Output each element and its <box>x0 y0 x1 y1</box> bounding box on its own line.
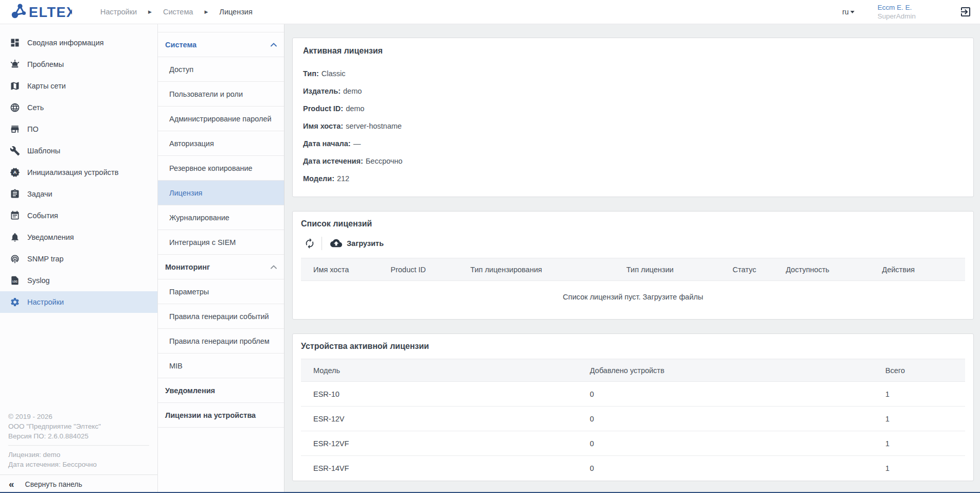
sidebar-item-tasks[interactable]: Задачи <box>0 183 157 205</box>
license-devices-table: Модель Добавлено устройств Всего ESR-10 … <box>301 359 965 481</box>
submenu-item-event-rules[interactable]: Правила генерации событий <box>158 304 284 329</box>
main-content: Активная лицензия Тип:Classic Издатель:d… <box>284 24 980 493</box>
cell-added: 0 <box>590 407 885 431</box>
refresh-icon <box>304 238 315 249</box>
eltex-logo[interactable]: ELTEX <box>9 3 72 21</box>
submenu-item-logging[interactable]: Журналирование <box>158 205 284 230</box>
sidebar-item-snmp-trap[interactable]: SNMP trap <box>0 248 157 270</box>
collapse-panel-button[interactable]: « Свернуть панель <box>0 474 157 493</box>
license-field: Издатель:demo <box>303 82 963 100</box>
submenu-item-label: Администрирование паролей <box>169 115 272 123</box>
column-header: Тип лицензирования <box>470 258 626 281</box>
sidebar-item-software[interactable]: ПО <box>0 118 157 140</box>
log-file-icon: LOG <box>10 275 20 286</box>
bell-icon <box>10 232 20 242</box>
submenu-section-label: Лицензии на устройства <box>165 411 256 419</box>
broadcast-icon <box>10 254 20 264</box>
license-field: Дата истечения:Бессрочно <box>303 152 963 170</box>
cell-model: ESR-12V <box>301 407 590 431</box>
main-sidebar: Сводная информация Проблемы Карты сети С… <box>0 24 158 493</box>
breadcrumb-system[interactable]: Система <box>163 8 193 16</box>
sidebar-item-label: Проблемы <box>27 60 64 68</box>
sidebar-item-label: SNMP trap <box>27 255 64 263</box>
breadcrumb-settings[interactable]: Настройки <box>100 8 137 16</box>
sidebar-item-label: Инициализация устройств <box>27 168 118 177</box>
logout-button[interactable] <box>959 6 972 18</box>
submenu-item-label: Правила генерации проблем <box>169 337 270 345</box>
submenu-item-label: Пользователи и роли <box>169 90 243 98</box>
table-header-row: Имя хоста Product ID Тип лицензирования … <box>301 258 965 281</box>
cell-added: 0 <box>590 456 885 481</box>
submenu-item-parameters[interactable]: Параметры <box>158 279 284 304</box>
license-field: Дата начала:— <box>303 135 963 152</box>
user-menu[interactable]: Eccm E. E. SuperAdmin <box>878 3 916 21</box>
sidebar-item-device-init[interactable]: A Инициализация устройств <box>0 162 157 183</box>
submenu-item-backup[interactable]: Резервное копирование <box>158 156 284 181</box>
column-header: Product ID <box>390 258 470 281</box>
sidebar-item-problems[interactable]: Проблемы <box>0 54 157 75</box>
upload-button-label: Загрузить <box>347 239 384 248</box>
submenu-section-monitoring[interactable]: Мониторинг <box>158 255 284 279</box>
sidebar-item-label: Сеть <box>27 103 44 112</box>
license-field: Тип:Classic <box>303 65 963 82</box>
cell-total: 1 <box>885 407 965 431</box>
sidebar-item-syslog[interactable]: LOG Syslog <box>0 270 157 291</box>
submenu-item-label: Доступ <box>169 65 193 74</box>
table-row: ESR-12VF 0 1 <box>301 431 965 456</box>
table-row: ESR-10 0 1 <box>301 382 965 407</box>
logo-text: ELTEX <box>29 5 72 20</box>
sidebar-item-label: Настройки <box>27 298 64 306</box>
sidebar-item-notifications[interactable]: Уведомления <box>0 226 157 248</box>
sidebar-item-network[interactable]: Сеть <box>0 97 157 118</box>
company-text: ООО "Предприятие "Элтекс" <box>8 421 149 431</box>
sidebar-item-network-maps[interactable]: Карты сети <box>0 75 157 97</box>
map-icon <box>10 81 20 91</box>
sidebar-item-label: Шаблоны <box>27 147 60 155</box>
clipboard-icon <box>10 189 20 199</box>
footer-divider <box>8 445 149 446</box>
toolbar-divider <box>322 237 322 250</box>
expiry-text: Дата истечения: Бессрочно <box>8 460 149 469</box>
sidebar-item-settings[interactable]: Настройки <box>0 291 157 313</box>
cloud-upload-icon <box>330 237 342 249</box>
license-devices-card: Устройства активной лицензии Модель Доба… <box>292 333 974 481</box>
caret-down-icon <box>850 11 854 13</box>
submenu-item-license[interactable]: Лицензия <box>158 181 284 205</box>
submenu-item-authorization[interactable]: Авторизация <box>158 131 284 156</box>
svg-text:LOG: LOG <box>12 280 17 283</box>
sidebar-item-summary[interactable]: Сводная информация <box>0 32 157 54</box>
sidebar-item-label: Сводная информация <box>27 39 104 47</box>
cell-total: 1 <box>885 431 965 456</box>
submenu-item-siem-integration[interactable]: Интеграция с SIEM <box>158 230 284 255</box>
submenu-item-users-roles[interactable]: Пользователи и роли <box>158 82 284 107</box>
wrench-icon <box>10 146 20 156</box>
collapse-panel-label: Свернуть панель <box>25 480 82 488</box>
empty-list-message: Список лицензий пуст. Загрузите файлы <box>301 281 965 313</box>
license-list-table: Имя хоста Product ID Тип лицензирования … <box>301 258 965 281</box>
submenu-item-mib[interactable]: MIB <box>158 354 284 378</box>
chevron-up-icon <box>271 43 277 47</box>
table-row: ESR-14VF 0 1 <box>301 456 965 481</box>
submenu-item-problem-rules[interactable]: Правила генерации проблем <box>158 329 284 354</box>
column-header: Имя хоста <box>301 258 390 281</box>
language-selector[interactable]: ru <box>842 8 854 16</box>
license-field: Имя хоста:server-hostname <box>303 117 963 135</box>
submenu-section-device-licenses[interactable]: Лицензии на устройства <box>158 403 284 428</box>
submenu-section-notifications[interactable]: Уведомления <box>158 378 284 403</box>
double-chevron-left-icon: « <box>9 479 14 489</box>
submenu-item-access[interactable]: Доступ <box>158 57 284 82</box>
cell-added: 0 <box>590 382 885 407</box>
license-list-card: Список лицензий Загрузить Имя хоста Prod… <box>292 211 974 320</box>
breadcrumb-separator-icon: ▶ <box>148 9 152 14</box>
cell-model: ESR-14VF <box>301 456 590 481</box>
sidebar-item-templates[interactable]: Шаблоны <box>0 140 157 162</box>
sidebar-item-events[interactable]: События <box>0 205 157 226</box>
submenu-section-label: Мониторинг <box>165 263 210 271</box>
sidebar-item-label: Задачи <box>27 190 52 198</box>
upload-button[interactable]: Загрузить <box>327 235 387 251</box>
card-title: Список лицензий <box>301 219 965 228</box>
submenu-section-system[interactable]: Система <box>158 32 284 57</box>
submenu-item-label: Лицензия <box>169 189 202 197</box>
submenu-item-password-admin[interactable]: Администрирование паролей <box>158 107 284 131</box>
refresh-button[interactable] <box>301 236 318 251</box>
